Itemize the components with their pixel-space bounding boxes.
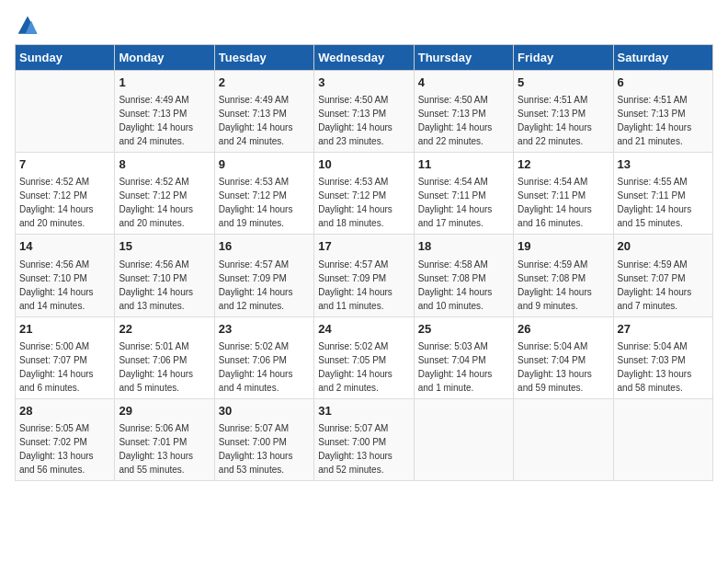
calendar-cell: 27Sunrise: 5:04 AM Sunset: 7:03 PM Dayli… — [613, 316, 712, 398]
calendar-cell: 1Sunrise: 4:49 AM Sunset: 7:13 PM Daylig… — [115, 71, 214, 153]
calendar-cell: 20Sunrise: 4:59 AM Sunset: 7:07 PM Dayli… — [613, 235, 712, 316]
day-number: 9 — [219, 156, 310, 173]
day-info: Sunrise: 4:52 AM Sunset: 7:12 PM Dayligh… — [19, 175, 110, 230]
calendar-cell: 10Sunrise: 4:53 AM Sunset: 7:12 PM Dayli… — [314, 153, 414, 235]
day-info: Sunrise: 5:05 AM Sunset: 7:02 PM Dayligh… — [19, 421, 110, 477]
day-info: Sunrise: 4:53 AM Sunset: 7:12 PM Dayligh… — [318, 175, 409, 230]
weekday-header-thursday: Thursday — [414, 45, 513, 71]
weekday-header-wednesday: Wednesday — [314, 45, 414, 71]
day-info: Sunrise: 4:56 AM Sunset: 7:10 PM Dayligh… — [119, 258, 210, 313]
day-info: Sunrise: 4:52 AM Sunset: 7:12 PM Dayligh… — [119, 175, 210, 230]
header — [15, 15, 713, 37]
calendar-cell: 25Sunrise: 5:03 AM Sunset: 7:04 PM Dayli… — [414, 316, 513, 398]
calendar-cell — [16, 71, 115, 153]
day-info: Sunrise: 5:02 AM Sunset: 7:06 PM Dayligh… — [219, 339, 310, 395]
day-number: 25 — [418, 321, 509, 338]
day-info: Sunrise: 4:53 AM Sunset: 7:12 PM Dayligh… — [219, 175, 310, 230]
weekday-header-saturday: Saturday — [613, 45, 712, 71]
calendar-cell: 24Sunrise: 5:02 AM Sunset: 7:05 PM Dayli… — [314, 316, 414, 398]
day-number: 4 — [418, 75, 509, 91]
calendar-cell: 13Sunrise: 4:55 AM Sunset: 7:11 PM Dayli… — [613, 153, 712, 235]
day-number: 23 — [219, 321, 310, 338]
day-info: Sunrise: 4:50 AM Sunset: 7:13 PM Dayligh… — [318, 93, 409, 148]
calendar-cell — [414, 398, 513, 480]
day-info: Sunrise: 5:00 AM Sunset: 7:07 PM Dayligh… — [19, 339, 110, 395]
day-number: 17 — [318, 238, 409, 255]
day-number: 26 — [518, 321, 609, 338]
day-number: 14 — [19, 238, 110, 255]
calendar-cell: 2Sunrise: 4:49 AM Sunset: 7:13 PM Daylig… — [214, 71, 313, 153]
day-info: Sunrise: 4:59 AM Sunset: 7:08 PM Dayligh… — [518, 258, 609, 313]
day-number: 15 — [119, 238, 210, 255]
calendar-cell — [514, 398, 613, 480]
day-info: Sunrise: 5:01 AM Sunset: 7:06 PM Dayligh… — [119, 339, 210, 395]
logo — [15, 15, 39, 37]
calendar-cell: 12Sunrise: 4:54 AM Sunset: 7:11 PM Dayli… — [514, 153, 613, 235]
calendar-cell: 31Sunrise: 5:07 AM Sunset: 7:00 PM Dayli… — [314, 398, 414, 480]
day-number: 1 — [119, 75, 210, 91]
calendar-cell: 17Sunrise: 4:57 AM Sunset: 7:09 PM Dayli… — [314, 235, 414, 316]
calendar-cell: 11Sunrise: 4:54 AM Sunset: 7:11 PM Dayli… — [414, 153, 513, 235]
calendar-cell: 15Sunrise: 4:56 AM Sunset: 7:10 PM Dayli… — [115, 235, 214, 316]
day-number: 16 — [219, 238, 310, 255]
logo-icon — [17, 15, 39, 37]
calendar-cell — [613, 398, 712, 480]
day-number: 20 — [618, 238, 709, 255]
day-number: 3 — [318, 75, 409, 91]
calendar-cell: 22Sunrise: 5:01 AM Sunset: 7:06 PM Dayli… — [115, 316, 214, 398]
calendar-cell: 8Sunrise: 4:52 AM Sunset: 7:12 PM Daylig… — [115, 153, 214, 235]
day-number: 11 — [418, 156, 509, 173]
day-number: 22 — [119, 321, 210, 338]
day-info: Sunrise: 5:04 AM Sunset: 7:03 PM Dayligh… — [618, 339, 709, 395]
calendar-cell: 16Sunrise: 4:57 AM Sunset: 7:09 PM Dayli… — [214, 235, 313, 316]
day-info: Sunrise: 4:51 AM Sunset: 7:13 PM Dayligh… — [618, 93, 709, 148]
day-info: Sunrise: 5:07 AM Sunset: 7:00 PM Dayligh… — [219, 421, 310, 477]
calendar-cell: 9Sunrise: 4:53 AM Sunset: 7:12 PM Daylig… — [214, 153, 313, 235]
day-info: Sunrise: 5:06 AM Sunset: 7:01 PM Dayligh… — [119, 421, 210, 477]
day-number: 7 — [19, 156, 110, 173]
weekday-header-friday: Friday — [514, 45, 613, 71]
day-number: 28 — [19, 403, 110, 419]
calendar-cell: 6Sunrise: 4:51 AM Sunset: 7:13 PM Daylig… — [613, 71, 712, 153]
calendar-cell: 21Sunrise: 5:00 AM Sunset: 7:07 PM Dayli… — [16, 316, 115, 398]
day-number: 2 — [219, 75, 310, 91]
day-number: 5 — [518, 75, 609, 91]
day-number: 24 — [318, 321, 409, 338]
day-info: Sunrise: 4:49 AM Sunset: 7:13 PM Dayligh… — [219, 93, 310, 148]
calendar-cell: 19Sunrise: 4:59 AM Sunset: 7:08 PM Dayli… — [514, 235, 613, 316]
day-info: Sunrise: 4:56 AM Sunset: 7:10 PM Dayligh… — [19, 258, 110, 313]
calendar-cell: 5Sunrise: 4:51 AM Sunset: 7:13 PM Daylig… — [514, 71, 613, 153]
day-number: 31 — [318, 403, 409, 419]
calendar-cell: 30Sunrise: 5:07 AM Sunset: 7:00 PM Dayli… — [214, 398, 313, 480]
day-info: Sunrise: 4:59 AM Sunset: 7:07 PM Dayligh… — [618, 258, 709, 313]
day-info: Sunrise: 4:51 AM Sunset: 7:13 PM Dayligh… — [518, 93, 609, 148]
day-number: 27 — [618, 321, 709, 338]
calendar-cell: 23Sunrise: 5:02 AM Sunset: 7:06 PM Dayli… — [214, 316, 313, 398]
weekday-header-tuesday: Tuesday — [214, 45, 313, 71]
day-number: 29 — [119, 403, 210, 419]
day-number: 21 — [19, 321, 110, 338]
calendar-cell: 29Sunrise: 5:06 AM Sunset: 7:01 PM Dayli… — [115, 398, 214, 480]
day-number: 12 — [518, 156, 609, 173]
day-number: 10 — [318, 156, 409, 173]
day-number: 13 — [618, 156, 709, 173]
weekday-header-sunday: Sunday — [16, 45, 115, 71]
day-number: 8 — [119, 156, 210, 173]
day-info: Sunrise: 4:54 AM Sunset: 7:11 PM Dayligh… — [518, 175, 609, 230]
calendar-cell: 18Sunrise: 4:58 AM Sunset: 7:08 PM Dayli… — [414, 235, 513, 316]
calendar-cell: 7Sunrise: 4:52 AM Sunset: 7:12 PM Daylig… — [16, 153, 115, 235]
day-info: Sunrise: 4:49 AM Sunset: 7:13 PM Dayligh… — [119, 93, 210, 148]
day-info: Sunrise: 4:58 AM Sunset: 7:08 PM Dayligh… — [418, 258, 509, 313]
day-info: Sunrise: 5:02 AM Sunset: 7:05 PM Dayligh… — [318, 339, 409, 395]
day-info: Sunrise: 5:03 AM Sunset: 7:04 PM Dayligh… — [418, 339, 509, 395]
weekday-header-monday: Monday — [115, 45, 214, 71]
day-info: Sunrise: 5:04 AM Sunset: 7:04 PM Dayligh… — [518, 339, 609, 395]
calendar-table: SundayMondayTuesdayWednesdayThursdayFrid… — [15, 44, 713, 481]
day-info: Sunrise: 4:57 AM Sunset: 7:09 PM Dayligh… — [318, 258, 409, 313]
day-info: Sunrise: 4:55 AM Sunset: 7:11 PM Dayligh… — [618, 175, 709, 230]
day-info: Sunrise: 5:07 AM Sunset: 7:00 PM Dayligh… — [318, 421, 409, 477]
calendar-cell: 4Sunrise: 4:50 AM Sunset: 7:13 PM Daylig… — [414, 71, 513, 153]
day-info: Sunrise: 4:54 AM Sunset: 7:11 PM Dayligh… — [418, 175, 509, 230]
calendar-cell: 26Sunrise: 5:04 AM Sunset: 7:04 PM Dayli… — [514, 316, 613, 398]
calendar-cell: 3Sunrise: 4:50 AM Sunset: 7:13 PM Daylig… — [314, 71, 414, 153]
